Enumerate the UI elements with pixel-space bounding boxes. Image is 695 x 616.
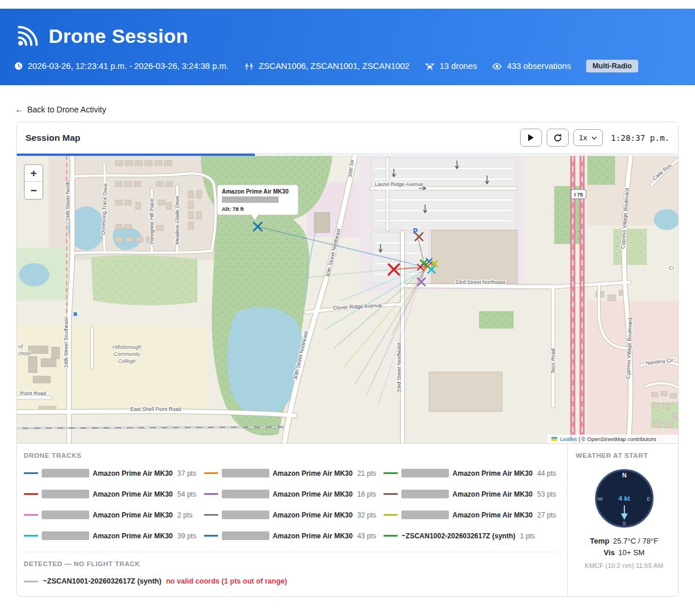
session-meta: 2026-03-26, 12:23:41 p.m. - 2026-03-26, … bbox=[14, 60, 681, 72]
flag-icon bbox=[551, 437, 557, 439]
svg-text:Community: Community bbox=[114, 351, 140, 357]
back-link[interactable]: ← Back to Drone Activity bbox=[15, 105, 106, 114]
track-name: Amazon Prime Air MK30 bbox=[93, 532, 173, 540]
track-pts: 54 pts bbox=[177, 490, 196, 498]
track-pts: 27 pts bbox=[537, 511, 557, 519]
detected-name: ~ZSCAN1001-2026032617Z (synth) bbox=[43, 577, 162, 585]
title-row: Drone Session bbox=[14, 23, 681, 49]
observations-text: 433 observations bbox=[507, 61, 570, 71]
weather-station: KMCF (10.2 nm) 11:55 AM bbox=[576, 562, 672, 569]
redacted-box bbox=[222, 469, 269, 478]
antenna-icon bbox=[244, 62, 254, 71]
redacted-box bbox=[401, 469, 449, 478]
track-name: Amazon Prime Air MK30 bbox=[273, 469, 353, 478]
eye-icon bbox=[492, 62, 502, 71]
track-color-line bbox=[383, 493, 398, 495]
satellite-signal-icon bbox=[14, 23, 41, 49]
osm-attribution[interactable]: | © OpenStreetMap contributors bbox=[579, 436, 656, 442]
clock-icon bbox=[14, 61, 23, 71]
redacted-box bbox=[222, 511, 269, 519]
svg-text:East Shell Point Road: East Shell Point Road bbox=[130, 406, 181, 412]
track-legend-item[interactable]: Amazon Prime Air MK30 16 pts bbox=[204, 490, 379, 498]
track-name: ~ZSCAN1002-2026032617Z (synth) bbox=[401, 532, 515, 540]
svg-text:Hillsborough: Hillsborough bbox=[112, 344, 141, 350]
session-map[interactable]: 24th Street North 24th Street Southeast … bbox=[17, 156, 678, 443]
track-color-line bbox=[383, 535, 398, 537]
detected-error: no valid coords (1 pts out of range) bbox=[166, 577, 287, 585]
speed-select[interactable]: 1x bbox=[573, 129, 603, 146]
track-name: Amazon Prime Air MK30 bbox=[452, 490, 532, 498]
track-name: Amazon Prime Air MK30 bbox=[273, 511, 353, 519]
track-legend-item[interactable]: Amazon Prime Air MK30 21 pts bbox=[204, 469, 379, 478]
track-color-line bbox=[383, 472, 398, 474]
zoom-control: + − bbox=[24, 164, 43, 200]
track-name: Amazon Prime Air MK30 bbox=[273, 490, 353, 498]
map-dot-marker[interactable] bbox=[74, 312, 77, 316]
svg-text:Cr: Cr bbox=[669, 265, 675, 271]
tooltip-redacted-box bbox=[222, 196, 279, 203]
track-name: Amazon Prime Air MK30 bbox=[93, 490, 173, 498]
detected-item: ~ZSCAN1001-2026032617Z (synth) no valid … bbox=[24, 577, 559, 585]
track-color-line bbox=[204, 514, 218, 516]
compass-e: E bbox=[646, 495, 650, 502]
session-drones: 13 drones bbox=[425, 61, 477, 71]
svg-text:chool: chool bbox=[18, 351, 31, 356]
track-pts: 37 pts bbox=[177, 469, 196, 478]
track-legend-item[interactable]: Amazon Prime Air MK30 39 pts bbox=[24, 531, 199, 540]
map-canvas[interactable]: 24th Street North 24th Street Southeast … bbox=[17, 156, 678, 443]
detected-color-line bbox=[24, 581, 38, 582]
track-pts: 16 pts bbox=[357, 490, 376, 498]
wind-speed: 4 kt bbox=[619, 495, 630, 502]
svg-text:College: College bbox=[118, 358, 136, 364]
map-tooltip: Amazon Prime Air MK30 Alt: 78 ft bbox=[217, 185, 298, 220]
tooltip-title: Amazon Prime Air MK30 bbox=[222, 188, 289, 195]
track-legend-item[interactable]: ~ZSCAN1002-2026032617Z (synth) 1 pts bbox=[383, 531, 559, 540]
leaflet-link[interactable]: Leaflet bbox=[560, 436, 577, 442]
track-pts: 43 pts bbox=[357, 532, 376, 540]
vis-label: Vis bbox=[603, 548, 614, 557]
track-color-line bbox=[24, 472, 38, 474]
track-pts: 2 pts bbox=[177, 511, 192, 519]
track-legend-item[interactable]: Amazon Prime Air MK30 2 pts bbox=[24, 511, 199, 519]
track-name: Amazon Prime Air MK30 bbox=[273, 532, 353, 540]
redacted-box bbox=[401, 511, 449, 519]
compass-s: S bbox=[622, 520, 626, 526]
weather-temp: Temp25.7°C / 78°F bbox=[576, 537, 672, 545]
session-observations: 433 observations bbox=[492, 61, 570, 71]
track-legend-item[interactable]: Amazon Prime Air MK30 43 pts bbox=[204, 531, 379, 540]
card-footer: DRONE TRACKS Amazon Prime Air MK30 37 pt… bbox=[17, 443, 678, 596]
map-attribution: Leaflet | © OpenStreetMap contributors bbox=[547, 435, 678, 443]
svg-text:24th Street Southeast: 24th Street Southeast bbox=[63, 317, 69, 368]
track-legend-item[interactable]: Amazon Prime Air MK30 32 pts bbox=[204, 511, 379, 519]
track-legend-item[interactable]: Amazon Prime Air MK30 37 pts bbox=[24, 469, 199, 478]
track-legend-item[interactable]: Amazon Prime Air MK30 54 pts bbox=[24, 490, 199, 498]
track-legend-item[interactable]: Amazon Prime Air MK30 27 pts bbox=[383, 511, 559, 519]
svg-text:24th Street North: 24th Street North bbox=[65, 181, 71, 221]
temp-label: Temp bbox=[590, 537, 609, 545]
svg-text:Point Road: Point Road bbox=[20, 391, 46, 396]
zoom-in-button[interactable]: + bbox=[25, 165, 42, 182]
svg-text:Laurel Ridge Avenue: Laurel Ridge Avenue bbox=[375, 181, 423, 187]
redacted-box bbox=[42, 531, 89, 540]
play-button[interactable] bbox=[520, 129, 542, 147]
zoom-out-button[interactable]: − bbox=[25, 182, 42, 199]
weather-panel: WEATHER AT START N E S W 4 kt Temp25.7°C… bbox=[567, 444, 678, 596]
track-legend-item[interactable]: Amazon Prime Air MK30 53 pts bbox=[383, 490, 559, 498]
track-color-line bbox=[24, 535, 38, 537]
detected-heading: DETECTED — NO FLIGHT TRACK bbox=[24, 560, 559, 567]
vis-value: 10+ SM bbox=[619, 548, 645, 557]
back-arrow-icon: ← bbox=[15, 105, 23, 114]
track-legend-item[interactable]: Amazon Prime Air MK30 44 pts bbox=[383, 469, 559, 478]
redacted-box bbox=[401, 490, 449, 498]
track-name: Amazon Prime Air MK30 bbox=[93, 469, 173, 478]
refresh-button[interactable] bbox=[547, 129, 569, 147]
parking-p-marker: P bbox=[413, 227, 418, 235]
svg-text:I 75: I 75 bbox=[574, 192, 583, 198]
track-pts: 21 pts bbox=[357, 469, 376, 478]
svg-text:33rd Street Northeast: 33rd Street Northeast bbox=[455, 279, 506, 285]
track-name: Amazon Prime Air MK30 bbox=[93, 511, 173, 519]
compass-n: N bbox=[622, 472, 627, 479]
speed-select-value: 1x bbox=[579, 133, 587, 142]
redacted-box bbox=[222, 490, 269, 498]
drones-text: 13 drones bbox=[440, 61, 477, 71]
